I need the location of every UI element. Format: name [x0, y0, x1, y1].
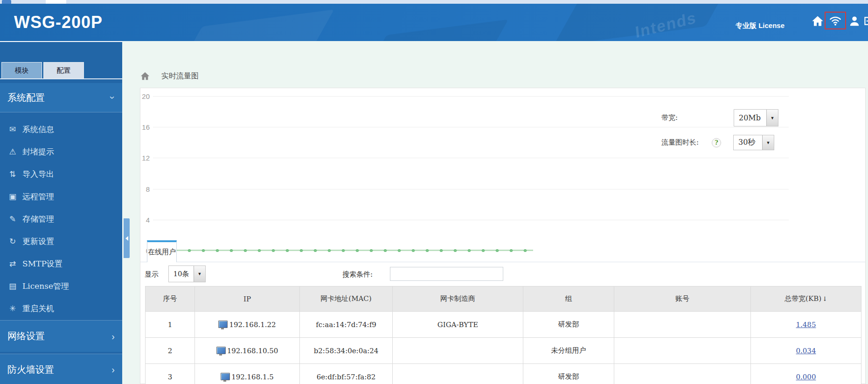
dropdown-arrow-icon[interactable]: ▼ [194, 266, 205, 282]
sidebar-item-label: SMTP设置 [22, 258, 62, 269]
bandwidth-control-row: 带宽: 20Mb ▼ [661, 109, 778, 126]
browser-edge-strip [0, 0, 868, 4]
cell-group: 研发部 [523, 364, 614, 384]
sidebar-item-存储管理[interactable]: ✎存储管理 [0, 208, 122, 230]
sidebar-item-label: 导入导出 [22, 169, 54, 180]
page-title: 实时流量图 [161, 71, 199, 81]
sidebar-item-label: 存储管理 [22, 214, 54, 224]
help-icon[interactable]: ? [712, 138, 721, 147]
sidebar-tab-bar: 模块 配置 [0, 62, 122, 79]
sidebar-section-system-header[interactable]: 系统配置 › [0, 83, 122, 112]
sidebar-item-SMTP设置[interactable]: ⇄SMTP设置 [0, 252, 122, 275]
user-icon[interactable] [848, 14, 861, 28]
dropdown-arrow-icon[interactable]: ▼ [766, 110, 778, 126]
wifi-icon-highlight-box[interactable] [825, 12, 846, 29]
duration-control-row: 流量图时长: ? 30秒 ▼ [661, 135, 774, 150]
sidebar-item-远程管理[interactable]: ▣远程管理 [0, 185, 122, 208]
bandwidth-label: 带宽: [661, 113, 734, 122]
online-users-table: 序号IP网卡地址(MAC)网卡制造商组账号总带宽(KB)↓ 1192.168.1… [145, 286, 861, 384]
app-logo: WSG-200P [14, 13, 103, 32]
sidebar-item-封堵提示[interactable]: ⚠封堵提示 [0, 140, 122, 163]
ip-value: 192.168.10.50 [227, 347, 278, 355]
bandwidth-link[interactable]: 0.000 [796, 373, 816, 381]
bandwidth-value: 20Mb [734, 110, 765, 126]
sidebar-tab-modules[interactable]: 模块 [1, 62, 42, 78]
chevron-right-icon: › [111, 365, 115, 374]
column-header-5[interactable]: 组 [523, 286, 614, 312]
y-axis-tick-label: 4 [139, 216, 150, 223]
bandwidth-link[interactable]: 1.485 [796, 321, 816, 329]
bandwidth-link[interactable]: 0.034 [796, 347, 816, 355]
cell-account [614, 312, 751, 338]
duration-label: 流量图时长: [661, 138, 712, 147]
sidebar-item-导入导出[interactable]: ⇅导入导出 [0, 163, 122, 185]
column-header-7[interactable]: 总带宽(KB)↓ [751, 286, 861, 312]
exit-icon[interactable] [862, 15, 868, 27]
cell-vendor [393, 338, 523, 364]
computer-icon [216, 347, 226, 354]
cell-vendor [393, 364, 523, 384]
bandwidth-select[interactable]: 20Mb ▼ [734, 109, 778, 126]
tab-bar-divider [140, 262, 865, 262]
search-label: 搜索条件: [342, 270, 373, 279]
sidebar-item-License管理[interactable]: ▤License管理 [0, 275, 122, 297]
cell-mac: fc:aa:14:7d:74:f9 [300, 312, 393, 338]
cell-seq: 2 [146, 338, 195, 364]
cell-account [614, 364, 751, 384]
search-input[interactable] [390, 267, 503, 281]
duration-value: 30秒 [734, 135, 760, 150]
import-export-icon: ⇅ [7, 169, 19, 179]
sidebar-item-重启关机[interactable]: ✳重启关机 [0, 297, 122, 320]
sidebar-tab-config[interactable]: 配置 [43, 62, 84, 78]
column-header-2[interactable]: IP [195, 286, 300, 312]
sidebar-section-label: 防火墙设置 [7, 363, 54, 376]
sidebar-section-system: 系统配置 › ✉系统信息⚠封堵提示⇅导入导出▣远程管理✎存储管理↻更新设置⇄SM… [0, 83, 122, 320]
chart-gridline [153, 220, 789, 220]
cell-ip: 192.168.10.50 [195, 338, 300, 364]
sidebar-item-label: 重启关机 [22, 303, 54, 314]
header-texture [179, 9, 334, 41]
sidebar-section-firewall: 防火墙设置 › [0, 354, 122, 384]
breadcrumb-home-icon[interactable] [140, 71, 150, 81]
sidebar-item-label: License管理 [22, 281, 69, 292]
column-header-6[interactable]: 账号 [614, 286, 751, 312]
home-icon[interactable] [811, 14, 825, 28]
cell-mac: b2:58:34:0e:0a:24 [300, 338, 393, 364]
traffic-chart-zero-series [154, 248, 533, 253]
table-row: 3192.168.1.56e:df:bf:57:fa:82研发部0.000 [146, 364, 861, 384]
sidebar-item-label: 系统信息 [22, 124, 54, 135]
cell-mac: 6e:df:bf:57:fa:82 [300, 364, 393, 384]
warning-icon: ⚠ [7, 147, 19, 156]
tab-online-users[interactable]: 在线用户 [147, 240, 177, 262]
show-label: 显示 [145, 270, 159, 279]
chevron-right-icon: › [111, 332, 115, 341]
browser-artifact [2, 0, 11, 4]
y-axis-tick-label: 12 [139, 154, 150, 162]
column-header-4[interactable]: 网卡制造商 [393, 286, 523, 312]
column-header-1[interactable]: 序号 [146, 286, 195, 312]
restart-icon: ✳ [7, 304, 19, 313]
page-size-value: 10条 [169, 266, 194, 282]
header-texture [368, 20, 508, 41]
sidebar-section-label: 系统配置 [7, 91, 45, 104]
dropdown-arrow-icon[interactable]: ▼ [762, 135, 774, 150]
sidebar-section-network-header[interactable]: 网络设置 › [0, 321, 122, 352]
remote-desktop-icon: ▣ [7, 192, 19, 201]
sidebar-section-firewall-header[interactable]: 防火墙设置 › [0, 354, 122, 384]
content-panel: 201612840 带宽: 20Mb ▼ 流量图时长: ? 30秒 ▼ 在线用户… [140, 88, 866, 384]
ip-value: 192.168.1.5 [231, 373, 274, 381]
duration-select[interactable]: 30秒 ▼ [733, 135, 774, 150]
table-row: 2192.168.10.50b2:58:34:0e:0a:24未分组用户0.03… [146, 338, 861, 364]
smtp-arrows-icon: ⇄ [7, 259, 19, 268]
license-card-icon: ▤ [7, 281, 19, 291]
cell-bandwidth: 0.000 [751, 364, 861, 384]
storage-edit-icon: ✎ [7, 214, 19, 223]
column-header-3[interactable]: 网卡地址(MAC) [300, 286, 393, 312]
cell-account [614, 338, 751, 364]
page-size-select[interactable]: 10条 ▼ [168, 265, 206, 282]
sidebar-collapse-handle[interactable] [124, 218, 130, 258]
sidebar-item-系统信息[interactable]: ✉系统信息 [0, 118, 122, 140]
y-axis-tick-label: 20 [139, 92, 150, 100]
sidebar-item-更新设置[interactable]: ↻更新设置 [0, 230, 122, 252]
chart-gridline [153, 96, 789, 97]
